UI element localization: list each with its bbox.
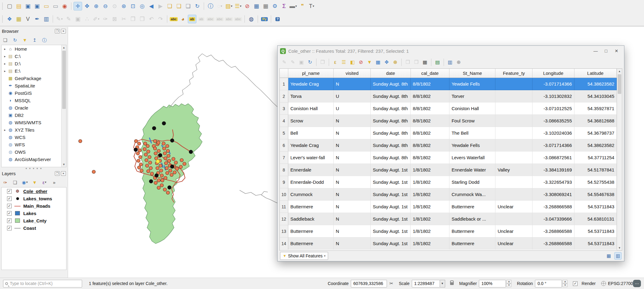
- cole-other-point[interactable]: [173, 171, 176, 174]
- cell-date[interactable]: Sunday Augt. 8th: [371, 90, 411, 102]
- cole-other-point[interactable]: [160, 174, 164, 177]
- cell-St_Name[interactable]: Starling Dodd: [449, 176, 495, 188]
- cell-Latitude[interactable]: 54.35927871: [574, 102, 617, 115]
- expand-arrow-icon[interactable]: ▸: [3, 62, 7, 65]
- text-annotation-button[interactable]: T▾: [307, 2, 316, 10]
- cell-Feature_ty[interactable]: [495, 152, 532, 164]
- cole-other-point[interactable]: [157, 149, 161, 153]
- attribute-window-titlebar[interactable]: Q Cole_other :: Features Total: 237, Fil…: [278, 46, 624, 56]
- cell-pl_name[interactable]: Ennerdale: [288, 164, 334, 176]
- cell-Longitude[interactable]: -3.086872561: [532, 152, 574, 164]
- browser-item-home[interactable]: ▸⌂Home: [2, 45, 66, 52]
- lakes-town-point[interactable]: [170, 139, 174, 143]
- cell-date[interactable]: Sunday Augt. 8th: [371, 127, 411, 139]
- selected-feature-point[interactable]: [156, 160, 160, 163]
- cell-cal_date[interactable]: 1/8/1802: [411, 201, 449, 213]
- cell-date[interactable]: Sunday Augt. 8th: [371, 139, 411, 152]
- cell-Latitude[interactable]: 54.53711843: [574, 225, 617, 237]
- cell-visited[interactable]: U: [334, 90, 371, 102]
- cole-other-point[interactable]: [166, 191, 170, 195]
- coordinate-input[interactable]: 607639,332586: [351, 280, 387, 287]
- browser-refresh-button[interactable]: ↻: [12, 37, 18, 43]
- cole-other-point[interactable]: [149, 167, 153, 170]
- cole-other-point[interactable]: [161, 179, 164, 182]
- column-header-Feature_ty[interactable]: Feature_ty: [495, 69, 532, 78]
- cell-Longitude[interactable]: -3.101302832: [532, 90, 574, 102]
- cole-other-point[interactable]: [167, 154, 170, 158]
- table-row[interactable]: 6Yewdale CragNSunday Augt. 8th8/8/1802Ye…: [280, 139, 617, 152]
- browser-item-postgis[interactable]: ◉PostGIS: [2, 89, 66, 97]
- cole-other-point[interactable]: [166, 149, 170, 153]
- attr-deselect-all-button[interactable]: ⊘: [357, 58, 365, 66]
- cole-other-point[interactable]: [166, 144, 169, 148]
- select-features-button[interactable]: ▧▾: [225, 2, 233, 10]
- layer-visibility-checkbox[interactable]: ✓: [7, 204, 12, 208]
- lakes-town-point[interactable]: [189, 150, 193, 154]
- row-number[interactable]: 9: [280, 176, 288, 188]
- cole-other-point[interactable]: [146, 144, 150, 148]
- cell-Longitude[interactable]: -3.308069241: [532, 188, 574, 201]
- column-header-row-number[interactable]: [280, 69, 288, 78]
- layer-item-main_roads[interactable]: ✓Main_Roads: [2, 202, 66, 210]
- cole-other-point[interactable]: [183, 162, 186, 166]
- lakes-town-point[interactable]: [170, 165, 174, 169]
- cell-visited[interactable]: N: [334, 237, 371, 250]
- browser-item-geopackage[interactable]: ▦GeoPackage: [2, 75, 66, 82]
- column-header-Latitude[interactable]: Latitude: [574, 69, 617, 78]
- cell-visited[interactable]: N: [334, 152, 371, 164]
- zoom-to-selection-button[interactable]: ◎: [138, 2, 146, 10]
- cole-other-point[interactable]: [138, 149, 142, 152]
- cell-Latitude[interactable]: 54.63810131: [574, 213, 617, 225]
- cole-other-point[interactable]: [170, 173, 173, 177]
- browser-item-e[interactable]: ▸▤E:\: [2, 67, 66, 75]
- zoom-to-layer-button[interactable]: ⊡: [129, 2, 137, 10]
- cell-St_Name[interactable]: Buttermere: [449, 225, 495, 237]
- rotation-spinner[interactable]: ▲▼: [563, 280, 567, 287]
- new-bookmark-extents-button[interactable]: ❏: [175, 2, 183, 10]
- cole-other-point[interactable]: [168, 159, 171, 163]
- cell-cal_date[interactable]: 1/8/1802: [411, 188, 449, 201]
- cell-Latitude[interactable]: 54.36812688: [574, 115, 617, 127]
- cell-Feature_ty[interactable]: [495, 188, 532, 201]
- layers-float-button[interactable]: ❐: [55, 171, 60, 176]
- cole-other-point[interactable]: [139, 156, 142, 159]
- cell-date[interactable]: Sunday Augt. 8th: [371, 152, 411, 164]
- cell-date[interactable]: Sunday Augt. 8th: [371, 115, 411, 127]
- cell-Latitude[interactable]: 54.38623582: [574, 78, 617, 90]
- magnifier-input[interactable]: 100%: [479, 280, 506, 287]
- cell-St_Name[interactable]: Yewdale Fells: [449, 139, 495, 152]
- cell-visited[interactable]: N: [334, 188, 371, 201]
- lakes-town-point[interactable]: [162, 121, 166, 125]
- metasearch-button[interactable]: ◍: [247, 15, 256, 23]
- cell-St_Name[interactable]: Buttermere: [449, 201, 495, 213]
- cole-other-point[interactable]: [163, 188, 167, 191]
- messages-button[interactable]: ⋯: [633, 280, 641, 287]
- expand-arrow-icon[interactable]: ▸: [3, 47, 7, 51]
- browser-collapse-all-button[interactable]: ↥: [31, 37, 38, 43]
- zoom-in-button[interactable]: ⊕: [92, 2, 100, 10]
- lakes-town-point[interactable]: [155, 174, 159, 178]
- pan-to-selection-button[interactable]: ✥: [83, 2, 91, 10]
- column-header-pl_name[interactable]: pl_name: [288, 69, 334, 78]
- cell-pl_name[interactable]: Yewdale Crag: [288, 78, 334, 90]
- browser-item-wcs[interactable]: ◍WCS: [2, 133, 66, 141]
- extents-toggle-icon[interactable]: ✂: [389, 281, 393, 286]
- browser-scrollbar[interactable]: ▲ ▼: [61, 45, 66, 167]
- layer-labeling-button[interactable]: abc: [169, 15, 178, 23]
- window-maximize-button[interactable]: □: [601, 47, 611, 55]
- row-number[interactable]: 2: [280, 90, 288, 102]
- cole-other-point[interactable]: [160, 169, 163, 172]
- dock-splitter[interactable]: ● ● ● ● ●: [0, 167, 68, 169]
- cell-visited[interactable]: N: [334, 201, 371, 213]
- field-calculator-button[interactable]: ▦: [261, 2, 270, 10]
- attr-actions-button[interactable]: ⊕: [455, 58, 463, 66]
- attr-field-calculator-button[interactable]: ▦: [421, 58, 429, 66]
- column-header-visited[interactable]: visited: [334, 69, 371, 78]
- cole-other-point[interactable]: [169, 169, 172, 172]
- lakes-town-point[interactable]: [158, 153, 162, 157]
- cell-pl_name[interactable]: Crummock: [288, 188, 334, 201]
- show-layout-manager-button[interactable]: ▭: [51, 2, 60, 10]
- cell-visited[interactable]: N: [334, 78, 371, 90]
- save-project-as-button[interactable]: ▣: [33, 2, 41, 10]
- cell-Longitude[interactable]: -3.071012525: [532, 102, 574, 115]
